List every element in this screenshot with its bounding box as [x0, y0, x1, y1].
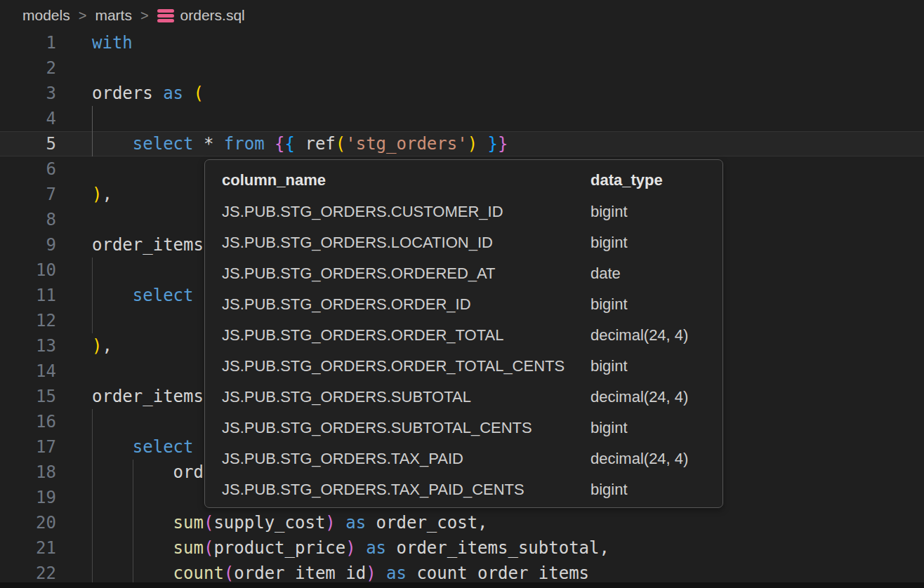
code-token: { [275, 134, 284, 154]
code-line[interactable]: 2 [0, 55, 924, 81]
code-token: { [285, 134, 295, 154]
code-text: select * from {{ ref('stg_orders') }} [56, 131, 508, 156]
line-number[interactable]: 9 [0, 232, 56, 258]
line-number[interactable]: 12 [0, 308, 56, 333]
column-name-cell: JS.PUB.STG_ORDERS.SUBTOTAL [222, 388, 590, 406]
code-token: ) [92, 185, 102, 204]
column-row: JS.PUB.STG_ORDERS.SUBTOTAL_CENTSbigint [205, 413, 722, 443]
line-number[interactable]: 21 [0, 535, 56, 561]
editor-window: models > marts > orders.sql 1with23order… [0, 0, 924, 588]
code-text: sum(product_price) as order_items_subtot… [56, 535, 609, 561]
code-token: } [488, 134, 498, 154]
code-text [56, 55, 92, 81]
column-row: JS.PUB.STG_ORDERS.ORDERED_ATdate [205, 258, 722, 289]
column-name-cell: JS.PUB.STG_ORDERS.ORDER_TOTAL_CENTS [222, 357, 590, 375]
code-line[interactable]: 3orders as ( [0, 81, 924, 106]
code-token: ( [194, 83, 204, 103]
code-token: select [133, 134, 194, 154]
data-type-cell: bigint [590, 357, 722, 375]
breadcrumb-item-models[interactable]: models [22, 7, 70, 24]
code-token [213, 134, 223, 154]
code-token: as [386, 563, 407, 583]
line-number[interactable]: 17 [0, 434, 56, 460]
line-number[interactable]: 14 [0, 359, 56, 384]
code-token: ) [92, 336, 102, 356]
line-number[interactable]: 16 [0, 409, 56, 434]
line-number[interactable]: 19 [0, 485, 56, 510]
code-token: orders [92, 83, 163, 103]
indent-guide [92, 409, 93, 582]
code-text: select [56, 283, 194, 308]
code-line-current[interactable]: 5 select * from {{ ref('stg_orders') }} [0, 131, 924, 156]
line-number[interactable]: 4 [0, 106, 56, 131]
indent-guide [92, 106, 93, 156]
line-number[interactable]: 10 [0, 258, 56, 283]
column-name-cell: JS.PUB.STG_ORDERS.TAX_PAID [222, 450, 590, 468]
line-number[interactable]: 8 [0, 207, 56, 232]
code-text: with [56, 30, 133, 55]
line-number[interactable]: 18 [0, 460, 56, 485]
column-row: JS.PUB.STG_ORDERS.ORDER_TOTAL_CENTSbigin… [205, 351, 722, 382]
line-number[interactable]: 7 [0, 182, 56, 207]
code-text: orders as ( [56, 81, 204, 106]
code-token [336, 513, 345, 533]
code-token: order_items_subtotal, [386, 538, 609, 558]
column-name-cell: JS.PUB.STG_ORDERS.ORDERED_AT [222, 265, 590, 283]
line-number[interactable]: 3 [0, 81, 56, 106]
line-number[interactable]: 1 [0, 30, 56, 55]
code-token [376, 563, 386, 583]
code-token: , [102, 185, 112, 204]
code-token: count [173, 563, 224, 583]
line-number[interactable]: 5 [0, 131, 56, 156]
code-token: as [366, 538, 386, 558]
chevron-right-icon: > [140, 8, 149, 24]
code-line[interactable]: 4 [0, 106, 924, 131]
code-token: supply_cost [213, 513, 325, 533]
column-row: JS.PUB.STG_ORDERS.SUBTOTALdecimal(24, 4) [205, 382, 722, 413]
data-type-cell: bigint [590, 419, 722, 437]
code-token: ord [92, 462, 204, 482]
code-token: order_item_id [234, 563, 366, 583]
breadcrumb-item-marts[interactable]: marts [95, 7, 132, 24]
code-text: order_items [56, 232, 204, 258]
code-text [56, 409, 92, 434]
breadcrumb-item-file[interactable]: orders.sql [180, 7, 245, 24]
code-line[interactable]: 1with [0, 30, 924, 55]
code-token: order_items [92, 387, 204, 406]
code-text: sum(supply_cost) as order_cost, [56, 510, 488, 535]
code-text [56, 106, 92, 131]
code-token: * [204, 134, 213, 154]
line-number[interactable]: 20 [0, 510, 56, 535]
database-icon [157, 9, 174, 22]
code-line[interactable]: 20 sum(supply_cost) as order_cost, [0, 510, 924, 535]
code-text: ), [56, 182, 112, 207]
code-text [56, 485, 92, 510]
code-token: as [345, 513, 366, 533]
column-info-popup: column_name data_type JS.PUB.STG_ORDERS.… [204, 159, 723, 508]
code-text [56, 308, 92, 333]
data-type-cell: bigint [590, 203, 722, 221]
code-line[interactable]: 21 sum(product_price) as order_items_sub… [0, 535, 924, 561]
code-token: , [102, 336, 112, 356]
popup-header-row: column_name data_type [205, 164, 722, 196]
line-number[interactable]: 2 [0, 55, 56, 81]
column-row: JS.PUB.STG_ORDERS.TAX_PAIDdecimal(24, 4) [205, 443, 722, 474]
line-number[interactable]: 13 [0, 333, 56, 359]
line-number[interactable]: 6 [0, 156, 56, 182]
code-text [56, 207, 92, 232]
line-number[interactable]: 11 [0, 283, 56, 308]
code-token: ( [336, 134, 345, 154]
column-name-cell: JS.PUB.STG_ORDERS.ORDER_TOTAL [222, 326, 590, 345]
code-token: ( [204, 538, 213, 558]
column-row: JS.PUB.STG_ORDERS.LOCATION_IDbigint [205, 227, 722, 258]
column-row: JS.PUB.STG_ORDERS.ORDER_TOTALdecimal(24,… [205, 320, 722, 351]
breadcrumb: models > marts > orders.sql [0, 0, 924, 31]
code-token: ( [204, 513, 213, 533]
code-text [56, 156, 92, 182]
code-token: ) [325, 513, 335, 533]
line-number[interactable]: 15 [0, 384, 56, 409]
data-type-cell: decimal(24, 4) [590, 326, 722, 345]
indent-guide [92, 258, 93, 333]
code-text: select [56, 434, 194, 460]
column-name-cell: JS.PUB.STG_ORDERS.ORDER_ID [222, 295, 590, 314]
